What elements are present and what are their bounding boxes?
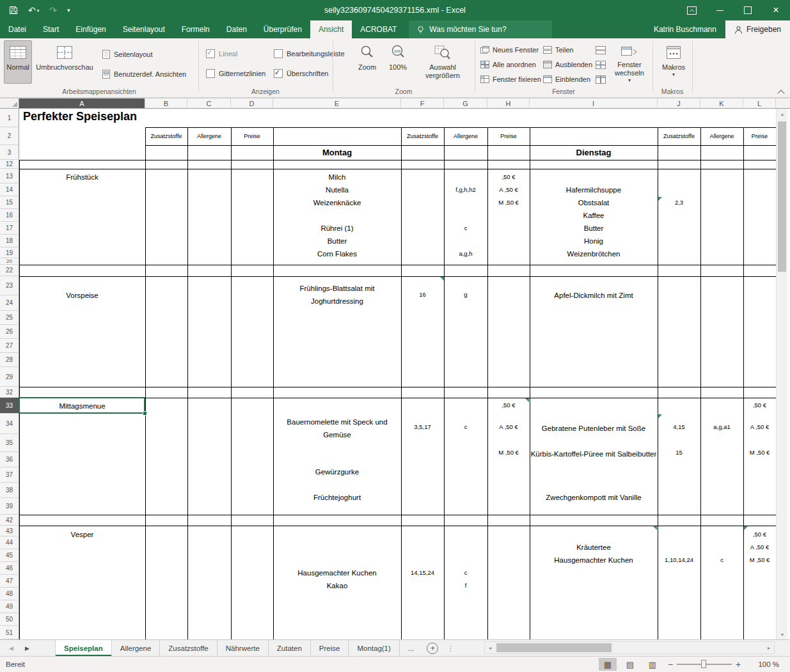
zoom-out-button[interactable]: −: [665, 657, 675, 672]
cell-menu-item[interactable]: Obstsalat: [530, 196, 658, 209]
sheet-tab-speiseplan[interactable]: Speiseplan: [55, 640, 112, 656]
cell-menu-item[interactable]: Weizenbrötchen: [530, 247, 658, 260]
cell-price[interactable]: M ,50 €: [487, 196, 530, 209]
cell-allergens[interactable]: f,g,h,h2: [444, 184, 487, 196]
cell-menu-item[interactable]: Gebratene Putenleber mit Soße: [530, 416, 658, 441]
vertical-scrollbar-thumb[interactable]: [778, 121, 786, 272]
sheet-tab-allergene[interactable]: Allergene: [112, 640, 161, 656]
scrollbar-corner-spacer: [776, 98, 790, 109]
sheet-tab-overflow[interactable]: ...: [400, 640, 423, 656]
sheet-tab-preise[interactable]: Preise: [311, 640, 349, 656]
cell-column-label[interactable]: Allergene: [444, 130, 487, 143]
cell-additives[interactable]: 3,5,17: [401, 421, 444, 434]
cell-workbook-title[interactable]: Perfekter Speiseplan: [23, 110, 137, 123]
cell-price[interactable]: A ,50 €: [487, 184, 530, 196]
cell-price[interactable]: ,50 €: [487, 399, 530, 412]
cell-column-label[interactable]: Zusatzstoffe: [401, 130, 444, 143]
cell-allergens[interactable]: a,g,h: [444, 247, 487, 260]
zoom-in-button[interactable]: +: [733, 657, 743, 672]
cell-price[interactable]: A ,50 €: [743, 541, 776, 554]
cell-allergens[interactable]: c: [700, 554, 743, 567]
cell-price[interactable]: ,50 €: [743, 399, 776, 412]
next-sheet-button[interactable]: ▶: [25, 645, 29, 652]
fill-handle[interactable]: [143, 411, 147, 416]
cell-menu-item[interactable]: Butter: [273, 235, 401, 247]
cell-section-title[interactable]: Frühstück: [19, 171, 145, 184]
cell-price[interactable]: A ,50 €: [487, 421, 530, 434]
cell-allergens[interactable]: c: [444, 222, 487, 235]
cell-menu-item[interactable]: Früchtejoghurt: [273, 491, 401, 504]
page-break-view-status-button[interactable]: ▥: [644, 658, 661, 671]
zoom-slider-thumb[interactable]: [701, 660, 706, 668]
cell-column-label[interactable]: Preise: [487, 130, 530, 143]
new-sheet-button[interactable]: +: [422, 640, 443, 656]
cell-menu-item[interactable]: Milch: [273, 171, 401, 184]
cell-price[interactable]: M ,50 €: [487, 446, 530, 459]
cell-menu-item[interactable]: Honig: [530, 235, 658, 247]
cell-menu-item[interactable]: Bauernomelette mit Speck und Gemüse: [273, 416, 401, 441]
cell-additives[interactable]: 2,3: [658, 196, 700, 209]
cell-price[interactable]: M ,50 €: [743, 554, 776, 567]
tab-scrollbar-splitter[interactable]: ⋮: [443, 640, 458, 656]
cell-price[interactable]: ,50 €: [743, 528, 776, 541]
scroll-right-button[interactable]: ▸: [764, 642, 774, 653]
sheet-tab-zusatzstoffe[interactable]: Zusatzstoffe: [160, 640, 217, 656]
cell-menu-item[interactable]: Butter: [530, 222, 658, 235]
sheet-tab-montag1[interactable]: Montag(1): [349, 640, 399, 656]
cell-allergens[interactable]: g: [444, 288, 487, 301]
cell-allergens[interactable]: a,g,a1: [700, 421, 743, 434]
horizontal-scrollbar[interactable]: ◂ ▸: [484, 641, 775, 654]
sheet-nav-arrows: ◀ ▶: [0, 640, 55, 656]
cell-additives[interactable]: 15: [658, 446, 700, 459]
scroll-left-button[interactable]: ◂: [485, 642, 495, 653]
cell-menu-item[interactable]: Frühlings-Blattsalat mit Joghurtdressing: [273, 282, 401, 308]
cell-allergens[interactable]: f: [444, 579, 487, 592]
cell-menu-item[interactable]: Kräutertee: [530, 541, 658, 554]
page-layout-view-status-button[interactable]: ▤: [621, 658, 639, 671]
sheet-tab-naehrwerte[interactable]: Nährwerte: [217, 640, 269, 656]
sheet-tab-zutaten[interactable]: Zutaten: [269, 640, 311, 656]
cell-additives[interactable]: 4,15: [658, 421, 700, 434]
cell-additives[interactable]: 1,10,14,24: [658, 554, 700, 567]
cell-column-label[interactable]: Preise: [231, 130, 273, 143]
cell-section-title[interactable]: Vorspeise: [19, 289, 145, 302]
cell-menu-item[interactable]: Gewürzgurke: [273, 465, 401, 478]
cell-column-label[interactable]: Zusatzstoffe: [145, 130, 187, 143]
cell-menu-item[interactable]: Corn Flakes: [273, 247, 401, 260]
cell-menu-item[interactable]: Nutella: [273, 184, 401, 196]
cell-day-header-tuesday[interactable]: Dienstag: [530, 146, 658, 159]
zoom-level[interactable]: 100 %: [746, 657, 779, 672]
cell-allergens[interactable]: c: [444, 421, 487, 434]
cell-menu-item[interactable]: Weizenknäcke: [273, 196, 401, 209]
cell-menu-item[interactable]: Kaffee: [530, 209, 658, 222]
cell-menu-item[interactable]: Zwechgenkompott mit Vanille: [530, 491, 658, 504]
cell-column-label[interactable]: Preise: [743, 130, 776, 143]
cell-additives[interactable]: 16: [401, 288, 444, 301]
error-indicator-icon: [658, 197, 662, 201]
cell-additives[interactable]: 14,15,24: [401, 567, 444, 579]
cell-day-header-monday[interactable]: Montag: [273, 146, 401, 159]
cell-menu-item[interactable]: Hausgemachter Kuchen: [530, 554, 658, 567]
active-cell-selection[interactable]: [19, 397, 145, 414]
cell-menu-item[interactable]: Apfel-Dickmilch mit Zimt: [530, 289, 658, 302]
cell-allergens[interactable]: c: [444, 567, 487, 579]
scroll-up-button[interactable]: ▴: [777, 109, 788, 119]
normal-view-status-button[interactable]: ▦: [599, 658, 617, 671]
cell-menu-item[interactable]: Kakao: [273, 579, 401, 592]
cell-column-label[interactable]: Allergene: [700, 130, 743, 143]
cell-column-label[interactable]: Zusatzstoffe: [658, 130, 700, 143]
cell-price[interactable]: ,50 €: [487, 171, 530, 184]
horizontal-scrollbar-thumb[interactable]: [496, 643, 612, 652]
cell-column-label[interactable]: Allergene: [187, 130, 231, 143]
cell-menu-item[interactable]: Hafermilchsuppe: [530, 184, 658, 196]
cell-price[interactable]: M ,50 €: [743, 446, 776, 459]
cell-price[interactable]: A ,50 €: [743, 421, 776, 434]
error-indicator-icon: [658, 414, 662, 418]
cell-section-title[interactable]: Vesper: [19, 528, 145, 541]
cell-menu-item[interactable]: Kürbis-Kartoffel-Püree mit Salbeibutter: [530, 441, 658, 467]
cell-menu-item[interactable]: Rührei (1): [273, 222, 401, 235]
previous-sheet-button[interactable]: ◀: [9, 645, 13, 652]
scroll-down-button[interactable]: ▾: [777, 629, 788, 639]
vertical-scrollbar[interactable]: ▴ ▾: [776, 109, 787, 639]
cell-menu-item[interactable]: Hausgemachter Kuchen: [273, 567, 401, 579]
